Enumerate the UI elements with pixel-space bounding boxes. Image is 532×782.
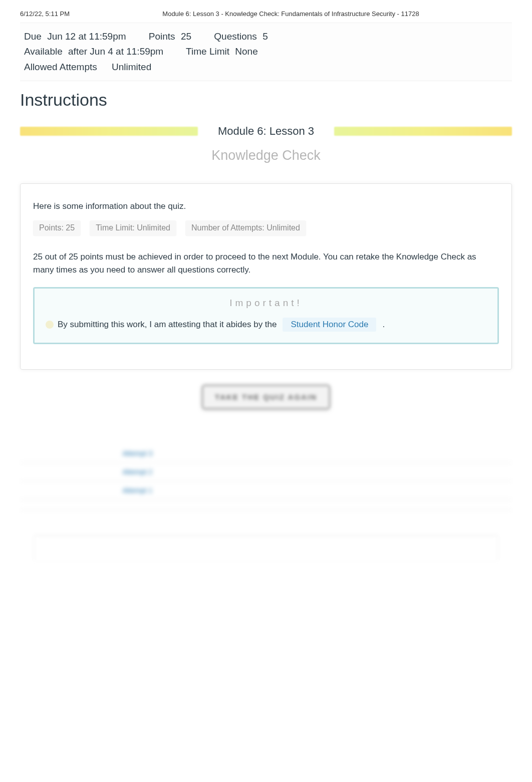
available-label: Available [24, 46, 63, 57]
honor-suffix: . [382, 320, 385, 330]
timelimit-value: None [235, 46, 257, 57]
knowledge-check-subtitle: Knowledge Check [20, 148, 512, 163]
honor-code-link[interactable]: Student Honor Code [283, 318, 376, 332]
badge-points: Points: 25 [33, 220, 81, 235]
quiz-intro-text: Here is some information about the quiz. [33, 201, 499, 211]
print-datetime: 6/12/22, 5:11 PM [20, 10, 70, 18]
instructions-heading: Instructions [20, 90, 512, 110]
attempt-link[interactable]: Attempt 1 [118, 481, 216, 500]
questions-value: 5 [262, 31, 268, 42]
bottom-panel [34, 536, 498, 561]
print-title: Module 6: Lesson 3 - Knowledge Check: Fu… [162, 10, 419, 18]
table-row: Attempt 3 [20, 444, 512, 463]
due-label: Due [24, 31, 42, 42]
table-row: Attempt 2 [20, 463, 512, 481]
timelimit-label: Time Limit [186, 46, 229, 57]
important-box: Important! By submitting this work, I am… [33, 287, 499, 344]
decorative-bar-left [20, 127, 198, 136]
attempts-label: Allowed Attempts [24, 62, 97, 72]
points-label: Points [149, 31, 175, 42]
available-value: after Jun 4 at 11:59pm [68, 46, 163, 57]
table-row: Attempt 1 [20, 481, 512, 500]
important-title: Important! [46, 298, 486, 309]
badge-timelimit: Time Limit: Unlimited [90, 220, 176, 235]
table-row [20, 500, 512, 510]
attempts-value: Unlimited [112, 62, 151, 72]
quiz-badges-row: Points: 25 Time Limit: Unlimited Number … [33, 220, 499, 235]
questions-label: Questions [214, 31, 257, 42]
honor-prefix: By submitting this work, I am attesting … [58, 320, 277, 330]
print-header: 6/12/22, 5:11 PM Module 6: Lesson 3 - Kn… [0, 0, 532, 23]
attempts-history-table: Attempt 3 Attempt 2 Attempt 1 [20, 444, 512, 510]
attempt-link[interactable]: Attempt 2 [118, 463, 216, 481]
honor-code-line: By submitting this work, I am attesting … [46, 318, 486, 332]
badge-attempts: Number of Attempts: Unlimited [185, 220, 306, 235]
bullet-icon [46, 321, 54, 329]
take-quiz-again-button[interactable]: TAKE THE QUIZ AGAIN [202, 385, 330, 409]
module-title: Module 6: Lesson 3 [198, 125, 334, 138]
points-value: 25 [181, 31, 191, 42]
module-title-row: Module 6: Lesson 3 [20, 125, 512, 138]
quiz-info-card: Here is some information about the quiz.… [20, 183, 512, 370]
due-value: Jun 12 at 11:59pm [47, 31, 126, 42]
decorative-bar-right [334, 127, 512, 136]
pass-requirement-text: 25 out of 25 points must be achieved in … [33, 250, 499, 276]
attempt-link[interactable]: Attempt 3 [118, 444, 216, 463]
quiz-meta-bar: Due Jun 12 at 11:59pm Points 25 Question… [20, 23, 512, 81]
